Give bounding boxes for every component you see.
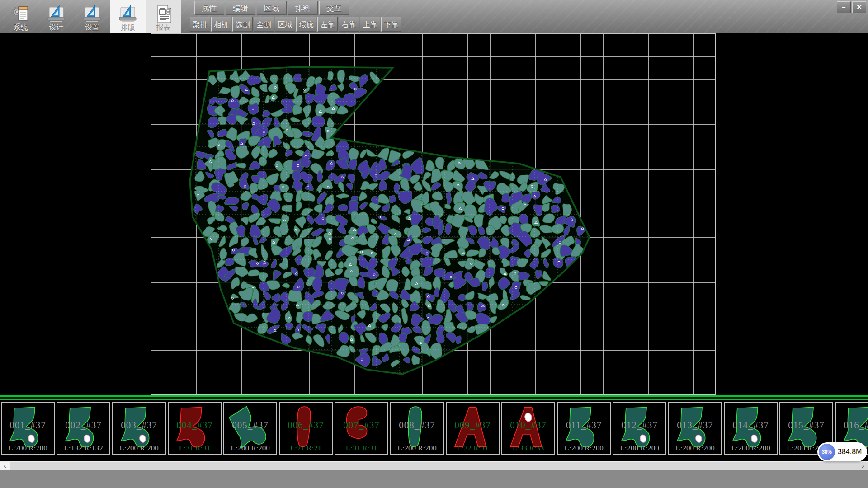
- part-thumbnail[interactable]: 001_#37L:700 R:700: [1, 402, 55, 455]
- tab-nesting[interactable]: 排版: [110, 0, 146, 33]
- part-name: 008_#37: [391, 420, 443, 431]
- part-name: 004_#37: [169, 420, 221, 431]
- tool-snap-left[interactable]: 左靠: [317, 17, 338, 32]
- tab-report[interactable]: 报表: [146, 0, 181, 33]
- part-lr-count: L:132 R:132: [57, 444, 109, 453]
- nesting-setsquare-icon: [118, 5, 138, 23]
- tool-region[interactable]: 区域: [275, 17, 295, 32]
- part-name: 016_#37: [836, 420, 868, 431]
- tool-camera[interactable]: 相机: [211, 17, 231, 32]
- part-lr-count: L:32 R:31: [447, 444, 499, 453]
- nesting-canvas[interactable]: [0, 33, 868, 395]
- part-name: 012_#37: [613, 420, 665, 431]
- app-tabs: 系统 设计 设置 排版 报表: [3, 0, 181, 33]
- part-lr-count: L:200 R:200: [669, 444, 721, 453]
- tab-label: 报表: [156, 23, 171, 31]
- tab-label: 系统: [14, 23, 28, 31]
- part-thumbnail[interactable]: 007_#37L:31 R:31: [335, 402, 388, 455]
- part-thumbnail[interactable]: 012_#37L:200 R:200: [613, 402, 666, 455]
- minimize-button[interactable]: −: [837, 1, 851, 13]
- part-name: 011_#37: [558, 420, 610, 431]
- tool-snap-bottom[interactable]: 下靠: [381, 17, 401, 32]
- part-thumbnail[interactable]: 009_#37L:32 R:31: [446, 402, 500, 455]
- tool-snap-top[interactable]: 上靠: [360, 17, 380, 32]
- menu-properties[interactable]: 属性: [194, 1, 224, 15]
- memory-value: 384.8M: [838, 448, 862, 456]
- nested-hide-view[interactable]: [0, 33, 868, 395]
- tab-label: 排版: [121, 23, 135, 31]
- part-lr-count: L:21 R:21: [280, 444, 332, 453]
- scroll-left-arrow-icon[interactable]: ‹: [0, 462, 10, 470]
- part-thumbnail[interactable]: 013_#37L:200 R:200: [668, 402, 722, 455]
- tab-system[interactable]: 系统: [3, 0, 38, 33]
- part-lr-count: L:700 R:700: [2, 444, 54, 453]
- part-lr-count: L:200 R:200: [613, 444, 665, 453]
- part-thumbnail[interactable]: 005_#37L:200 R:200: [223, 402, 277, 455]
- tab-label: 设计: [49, 23, 64, 31]
- part-name: 015_#37: [780, 420, 832, 431]
- part-lr-count: L:33 R:33: [502, 444, 554, 453]
- menu-interact[interactable]: 交互: [319, 1, 349, 15]
- system-gear-icon: [10, 5, 31, 23]
- scroll-right-arrow-icon[interactable]: ›: [858, 462, 868, 470]
- menu-nesting[interactable]: 排料: [288, 1, 318, 15]
- part-thumbnail[interactable]: 010_#37L:33 R:33: [501, 402, 555, 455]
- tool-cluster-nest[interactable]: 聚排: [190, 17, 210, 32]
- part-thumbnail[interactable]: 011_#37L:200 R:200: [557, 402, 611, 455]
- part-thumbnail[interactable]: 002_#37L:132 R:132: [57, 402, 110, 455]
- part-name: 002_#37: [57, 420, 109, 431]
- part-name: 009_#37: [447, 420, 499, 431]
- menu-edit[interactable]: 编辑: [226, 1, 255, 15]
- part-name: 003_#37: [113, 420, 165, 431]
- part-name: 005_#37: [224, 420, 276, 431]
- part-lr-count: L:200 R:200: [391, 444, 443, 453]
- design-setsquare-icon: [46, 5, 67, 23]
- menu-bar: 属性编辑区域排料交互: [194, 1, 349, 15]
- part-thumbnail[interactable]: 003_#37L:200 R:200: [112, 402, 166, 455]
- part-thumbnail[interactable]: 008_#37L:200 R:200: [390, 402, 444, 455]
- strip-separator-line: [0, 399, 868, 400]
- part-lr-count: L:200 R:200: [558, 444, 610, 453]
- report-doc-icon: [153, 5, 174, 23]
- part-name: 001_#37: [2, 420, 54, 431]
- tool-defect[interactable]: 瑕疵: [296, 17, 316, 32]
- tab-design[interactable]: 设计: [38, 0, 74, 33]
- window-controls: − ✕: [837, 1, 866, 13]
- menu-region[interactable]: 区域: [257, 1, 287, 15]
- status-bar: [0, 470, 868, 488]
- main-toolbar: 系统 设计 设置 排版 报表 属性编辑区域排料交互 聚排相机选割全割区域瑕疵左靠…: [0, 0, 868, 33]
- part-lr-count: L:200 R:200: [224, 444, 276, 453]
- part-name: 014_#37: [725, 420, 777, 431]
- tool-select-cut[interactable]: 选割: [232, 17, 253, 32]
- parts-strip: 001_#37L:700 R:700002_#37L:132 R:132003_…: [0, 395, 868, 461]
- tab-settings[interactable]: 设置: [74, 0, 110, 33]
- part-lr-count: L:31 R:31: [169, 444, 221, 453]
- tool-bar: 聚排相机选割全割区域瑕疵左靠右靠上靠下靠: [190, 17, 401, 32]
- part-name: 010_#37: [502, 420, 554, 431]
- memory-status-pill: 38% 384.8M: [817, 442, 867, 461]
- part-lr-count: L:200 R:200: [725, 444, 777, 453]
- tab-label: 设置: [85, 23, 99, 31]
- close-button[interactable]: ✕: [852, 1, 866, 13]
- part-lr-count: L:31 R:31: [335, 444, 387, 453]
- part-name: 006_#37: [280, 420, 332, 431]
- tool-cut-all[interactable]: 全割: [254, 17, 274, 32]
- part-name: 013_#37: [669, 420, 721, 431]
- settings-setsquare-icon: [82, 5, 103, 23]
- part-thumbnail[interactable]: 004_#37L:31 R:31: [168, 402, 222, 455]
- horizontal-scrollbar[interactable]: ‹ ›: [0, 461, 868, 470]
- part-thumbnail-list: 001_#37L:700 R:700002_#37L:132 R:132003_…: [0, 402, 868, 453]
- part-thumbnail[interactable]: 006_#37L:21 R:21: [279, 402, 333, 455]
- tool-snap-right[interactable]: 右靠: [339, 17, 359, 32]
- application-window: 系统 设计 设置 排版 报表 属性编辑区域排料交互 聚排相机选割全割区域瑕疵左靠…: [0, 0, 868, 488]
- part-thumbnail[interactable]: 014_#37L:200 R:200: [724, 402, 778, 455]
- part-lr-count: L:200 R:200: [113, 444, 165, 453]
- part-name: 007_#37: [335, 420, 387, 431]
- progress-badge: 38%: [819, 444, 835, 460]
